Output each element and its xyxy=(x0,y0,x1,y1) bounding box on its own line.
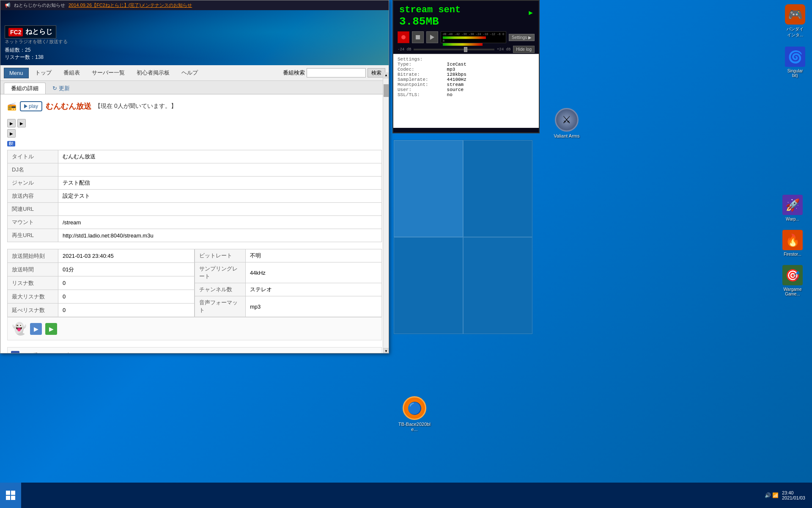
listener-count: リスナー数：138 xyxy=(5,54,68,61)
stats-row-bitrate: ビットレート 不明 xyxy=(195,249,382,262)
svg-rect-2 xyxy=(6,496,10,500)
share-btn-blue[interactable]: ▶ xyxy=(30,323,42,335)
desktop-icon-blender[interactable]: 🔵 TB-Bace2020ble... xyxy=(398,396,431,432)
stream-size: 3.85MB xyxy=(399,15,461,28)
logo-subtitle: ネットラジオを聴く/ 放送する xyxy=(5,39,68,45)
hide-log-button[interactable]: Hide log xyxy=(513,46,535,53)
search-label: 番組検索 xyxy=(283,69,305,77)
stats-row-start-time: 放送開始時刻 2021-01-03 23:40:45 xyxy=(8,249,195,263)
play-section: 📻 play むんむん放送 【現在 0人が聞いています。】 xyxy=(7,99,382,114)
info-row-url: 関連URL xyxy=(8,203,382,216)
stats-row-duration: 放送時間 01分 xyxy=(8,263,195,276)
navigation-bar: Menu トップ 番組表 サーバー一覧 初心者掲示板 ヘルプ 番組検索 検索 xyxy=(0,65,389,81)
stats-row-channels: チャンネル数 ステレオ xyxy=(195,283,382,296)
bitrate-value: 不明 xyxy=(246,249,382,262)
notification-bar: 📢 ねとらじからのお知らせ 2014.09.26【FC2ねとらじ】(完了)メンテ… xyxy=(0,0,389,10)
play-stream-button[interactable] xyxy=(426,31,438,43)
desktop-icon-singular[interactable]: 🌀 Singularbit) xyxy=(780,47,810,78)
tab-detail[interactable]: 番組の詳細 xyxy=(4,83,46,94)
valiant-arms-label: Valiant Arms xyxy=(554,133,580,138)
small-icon-3[interactable]: ▶ xyxy=(7,129,16,138)
singular-icon: 🌀 xyxy=(785,47,805,67)
content-tabs: 番組の詳細 ↻ 更新 xyxy=(0,81,389,94)
small-icon-2[interactable]: ▶ xyxy=(17,119,26,127)
play-stream-icon xyxy=(430,35,434,40)
bandai-label: バンダイインタ... xyxy=(787,26,804,38)
scroll-up-button[interactable]: ▲ xyxy=(383,72,389,78)
record-button[interactable] xyxy=(398,31,409,43)
blender-icon: 🔵 xyxy=(403,396,426,420)
search-input[interactable] xyxy=(307,68,366,77)
radio-icon: 📻 xyxy=(7,102,16,111)
log-samplerate-row: Samplerate: 44100Hz xyxy=(398,77,535,82)
info-genre-label: ジャンル xyxy=(8,177,58,190)
valiant-arms-icon: ⚔ xyxy=(555,108,579,132)
vol-db-left: -24 dB xyxy=(398,47,411,52)
duration-label: 放送時間 xyxy=(8,263,58,276)
current-listener-text: 【現在 0人が聞いています。】 xyxy=(95,102,177,110)
search-area: 番組検索 検索 xyxy=(283,68,385,77)
scroll-thumb[interactable] xyxy=(384,84,389,97)
fc2-logo: FC2 xyxy=(8,28,23,36)
audio-format-label: 音声フォーマット xyxy=(195,296,246,317)
log-ssltls-row: SSL/TLS: no xyxy=(398,92,535,97)
blue-cell-1 xyxy=(394,140,463,237)
tab-update[interactable]: ↻ 更新 xyxy=(47,83,75,94)
play-button[interactable]: play xyxy=(20,101,42,111)
program-count: 番組数：25 xyxy=(5,47,68,54)
small-icon-1[interactable]: ▶ xyxy=(7,119,16,127)
notification-icon: 📢 xyxy=(5,3,11,8)
info-row-play-url: 再生URL http://std1.ladio.net:8040/stream.… xyxy=(8,229,382,242)
blue-cell-4 xyxy=(463,237,532,334)
stream-arrow-icon: ▶ xyxy=(529,5,533,17)
log-bitrate-row: Bitrate: 128kbps xyxy=(398,72,535,77)
hatena-icon: B! xyxy=(11,351,19,353)
log-mountpoint-row: Mountpoint: stream xyxy=(398,82,535,87)
nav-menu[interactable]: Menu xyxy=(4,68,29,78)
info-title-label: タイトル xyxy=(8,150,58,163)
stop-button[interactable] xyxy=(412,31,424,43)
start-time-label: 放送開始時刻 xyxy=(8,249,58,263)
volume-thumb[interactable] xyxy=(464,47,467,52)
volume-slider[interactable] xyxy=(414,49,494,50)
svg-rect-0 xyxy=(6,491,10,495)
scroll-down-button[interactable]: ▼ xyxy=(383,348,389,353)
wargame-icon: 🎯 xyxy=(782,265,803,285)
nav-server[interactable]: サーバー一覧 xyxy=(86,67,130,79)
stats-section: 放送開始時刻 2021-01-03 23:40:45 放送時間 01分 リスナ数… xyxy=(7,249,382,317)
desktop-icon-bandai[interactable]: 🎮 バンダイインタ... xyxy=(780,4,810,38)
content-area[interactable]: 📻 play むんむん放送 【現在 0人が聞いています。】 ▶ ▶ ▶ B! タ… xyxy=(0,94,389,353)
info-play-url-label: 再生URL xyxy=(8,229,58,242)
ghost-icon: 👻 xyxy=(12,322,27,336)
stream-title: stream sent xyxy=(399,5,461,15)
nav-top[interactable]: トップ xyxy=(30,67,57,79)
vol-db-right: +24 dB xyxy=(497,47,510,52)
nav-schedule[interactable]: 番組表 xyxy=(58,67,85,79)
desktop-icon-warp[interactable]: 🚀 Warp... xyxy=(777,195,808,221)
max-listeners-label: 最大リスナ数 xyxy=(8,290,58,304)
info-row-mount: マウント /stream xyxy=(8,216,382,229)
desktop-icon-valiant-arms[interactable]: ⚔ Valiant Arms xyxy=(548,108,586,138)
taskbar-tray: 🔊 📶 23:402021/01/03 xyxy=(758,490,812,500)
channels-value: ステレオ xyxy=(246,283,382,296)
settings-button[interactable]: Settings ▶ xyxy=(509,34,535,41)
start-button[interactable] xyxy=(0,483,21,508)
browser-scrollbar[interactable]: ▲ ▼ xyxy=(383,72,389,353)
stream-log-area: Settings: Type: IceCast Codec: mp3 Bitra… xyxy=(393,54,539,128)
desktop-icon-firestorm[interactable]: 🔥 Firestor... xyxy=(777,230,808,257)
desktop-icon-wargame[interactable]: 🎯 WargameGame... xyxy=(777,265,808,296)
bl-badge[interactable]: B! xyxy=(7,141,15,146)
stats-row-audio-format: 音声フォーマット mp3 xyxy=(195,296,382,317)
notification-link[interactable]: 2014.09.26【FC2ねとらじ】(完了)メンテナンスのお知らせ xyxy=(69,2,192,8)
clock: 23:402021/01/03 xyxy=(782,490,805,500)
share-btn-green[interactable]: ▶ xyxy=(45,323,57,335)
info-play-url-value: http://std1.ladio.net:8040/stream.m3u xyxy=(58,229,382,242)
nav-beginner[interactable]: 初心者掲示板 xyxy=(131,67,175,79)
warp-icon: 🚀 xyxy=(782,195,803,215)
station-title: むんむん放送 xyxy=(46,101,91,111)
stats-table-left: 放送開始時刻 2021-01-03 23:40:45 放送時間 01分 リスナ数… xyxy=(7,249,195,317)
audio-format-value: mp3 xyxy=(246,296,382,317)
info-mount-label: マウント xyxy=(8,216,58,229)
info-url-value xyxy=(58,203,382,216)
nav-help[interactable]: ヘルプ xyxy=(176,67,203,79)
